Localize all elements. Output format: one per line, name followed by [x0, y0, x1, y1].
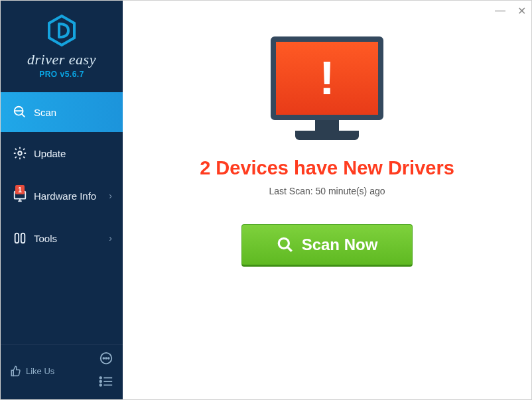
- svg-point-16: [100, 384, 101, 386]
- scan-now-button[interactable]: Scan Now: [241, 224, 413, 267]
- brand-name: driver easy: [27, 51, 96, 68]
- brand-version: PRO v5.6.7: [39, 70, 84, 79]
- svg-marker-0: [49, 16, 74, 45]
- scan-now-label: Scan Now: [302, 235, 378, 254]
- close-button[interactable]: ✕: [517, 5, 526, 17]
- app-root: driver easy PRO v5.6.7 Scan Update: [1, 1, 531, 399]
- thumbs-up-icon: [10, 365, 22, 377]
- svg-point-11: [108, 358, 109, 359]
- sidebar: driver easy PRO v5.6.7 Scan Update: [1, 1, 123, 399]
- brand-logo-icon: [45, 14, 78, 47]
- like-us-button[interactable]: Like Us: [10, 365, 54, 377]
- svg-point-4: [18, 151, 22, 155]
- scan-icon: [11, 105, 29, 119]
- sidebar-item-scan[interactable]: Scan: [1, 92, 123, 132]
- nav-label: Update: [34, 148, 66, 159]
- last-scan-text: Last Scan: 50 minute(s) ago: [269, 186, 385, 196]
- hardware-badge: 1: [15, 185, 25, 194]
- svg-point-9: [103, 358, 104, 359]
- nav-label: Tools: [34, 233, 57, 244]
- monitor-base: [295, 131, 359, 140]
- feedback-icon[interactable]: [99, 352, 113, 369]
- monitor-neck: [315, 120, 339, 131]
- main-panel: ! 2 Devices have New Drivers Last Scan: …: [123, 1, 531, 399]
- nav-label: Scan: [34, 107, 56, 118]
- magnifier-icon: [277, 236, 294, 253]
- svg-point-18: [279, 238, 289, 248]
- window-controls: — ✕: [495, 5, 526, 17]
- menu-list-icon[interactable]: [99, 375, 113, 390]
- chevron-right-icon: ›: [109, 233, 112, 243]
- sidebar-item-tools[interactable]: Tools ›: [1, 217, 123, 259]
- tools-icon: [11, 231, 29, 245]
- sidebar-item-hardware-info[interactable]: 1 Hardware Info ›: [1, 174, 123, 217]
- alert-monitor-icon: !: [271, 36, 383, 120]
- svg-point-14: [100, 381, 101, 383]
- svg-point-10: [105, 358, 107, 359]
- status-monitor-graphic: !: [271, 36, 383, 140]
- chevron-right-icon: ›: [109, 190, 112, 201]
- sidebar-footer: Like Us: [1, 344, 123, 399]
- exclamation-icon: !: [319, 52, 334, 105]
- sidebar-item-update[interactable]: Update: [1, 132, 123, 174]
- like-us-label: Like Us: [26, 366, 54, 376]
- gear-icon: [11, 146, 29, 161]
- svg-line-19: [287, 247, 291, 251]
- status-heading: 2 Devices have New Drivers: [200, 157, 454, 179]
- svg-point-12: [100, 377, 101, 379]
- brand-block: driver easy PRO v5.6.7: [1, 1, 123, 90]
- svg-line-2: [22, 114, 25, 117]
- nav-label: Hardware Info: [34, 190, 96, 202]
- footer-right: [99, 352, 113, 390]
- sidebar-nav: Scan Update 1 Hardware Info ›: [1, 92, 123, 344]
- minimize-button[interactable]: —: [495, 5, 505, 17]
